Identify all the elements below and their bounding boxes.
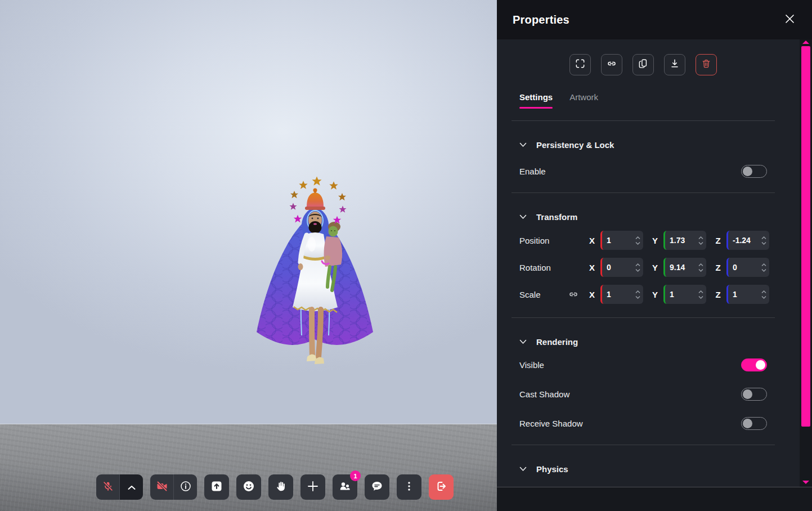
rotation-y-field <box>663 258 706 277</box>
spinner[interactable] <box>761 263 766 272</box>
visible-toggle[interactable] <box>741 358 767 371</box>
delete-trash-icon <box>701 58 712 71</box>
scale-x-field <box>600 285 643 304</box>
spinner[interactable] <box>761 290 766 299</box>
position-y-input[interactable] <box>670 236 698 245</box>
copy-link-button[interactable] <box>601 54 622 75</box>
spinner-up-icon <box>698 263 703 267</box>
position-z-input[interactable] <box>733 236 761 245</box>
spinner-down-icon <box>698 241 703 245</box>
scrollbar-down-arrow-icon[interactable] <box>802 481 809 484</box>
statue-3d-object[interactable] <box>249 168 381 379</box>
scrollbar-thumb[interactable] <box>801 46 810 427</box>
scale-y-input[interactable] <box>670 290 698 299</box>
chevron-down-icon <box>519 339 527 344</box>
rotation-y-input[interactable] <box>670 263 698 272</box>
properties-panel: Properties <box>497 0 812 511</box>
scale-z-input[interactable] <box>733 290 761 299</box>
focus-object-button[interactable] <box>569 54 591 75</box>
audio-options-button[interactable] <box>119 474 143 500</box>
delete-button[interactable] <box>696 54 717 75</box>
axis-x-label: X <box>588 290 596 299</box>
spinner-down-icon <box>635 295 640 299</box>
chat-button[interactable] <box>365 474 389 500</box>
spinner[interactable] <box>698 290 703 299</box>
microphone-mute-button[interactable] <box>96 474 119 500</box>
spinner[interactable] <box>635 236 640 245</box>
participants-badge: 1 <box>350 470 361 481</box>
spinner-down-icon <box>635 241 640 245</box>
section-divider <box>512 192 775 193</box>
spinner-down-icon <box>761 268 766 272</box>
cast-shadow-label: Cast Shadow <box>519 389 569 399</box>
more-options-button[interactable] <box>397 474 421 500</box>
scale-y-field <box>663 285 706 304</box>
section-title: Persistency & Lock <box>536 140 614 150</box>
position-x-input[interactable] <box>607 236 635 245</box>
rotation-z-input[interactable] <box>733 263 761 272</box>
camera-group <box>150 474 197 500</box>
spinner-down-icon <box>635 268 640 272</box>
spinner-down-icon <box>761 241 766 245</box>
duplicate-button[interactable] <box>632 54 654 75</box>
3d-viewport[interactable]: 1 <box>0 0 497 511</box>
axis-x-label: X <box>588 263 596 272</box>
axis-z-label: Z <box>714 290 722 299</box>
spinner[interactable] <box>698 236 703 245</box>
position-z-field <box>726 231 769 250</box>
cast-shadow-row: Cast Shadow <box>519 387 767 401</box>
toggle-knob <box>743 167 752 176</box>
close-button[interactable] <box>783 13 796 26</box>
scale-x-input[interactable] <box>607 290 635 299</box>
enable-row: Enable <box>519 164 767 178</box>
plus-icon <box>306 479 320 495</box>
section-title: Transform <box>536 212 577 222</box>
camera-mute-button[interactable] <box>150 474 173 500</box>
spinner-down-icon <box>761 295 766 299</box>
cast-shadow-toggle[interactable] <box>741 388 767 401</box>
section-title: Physics <box>536 464 568 474</box>
section-persistency-header[interactable]: Persistency & Lock <box>519 140 767 150</box>
panel-scrollbar[interactable] <box>800 39 812 487</box>
position-y-field <box>663 231 706 250</box>
screen-share-button[interactable] <box>204 474 229 500</box>
leave-button[interactable] <box>429 474 454 500</box>
download-button[interactable] <box>664 54 685 75</box>
position-x-field <box>600 231 643 250</box>
scrollbar-up-arrow-icon[interactable] <box>802 41 809 44</box>
scale-row: Scale X Y Z <box>519 285 767 304</box>
chevron-down-icon <box>519 214 527 219</box>
add-button[interactable] <box>300 474 325 500</box>
panel-content: Settings Artwork Persistency & Lock Enab… <box>497 39 800 487</box>
tabs-divider <box>512 120 775 121</box>
visible-row: Visible <box>519 358 767 371</box>
position-label: Position <box>519 236 568 245</box>
rotation-z-field <box>726 258 769 277</box>
section-divider <box>512 445 775 445</box>
object-actions-row <box>519 54 767 75</box>
position-row: Position X Y Z <box>519 231 767 250</box>
receive-shadow-label: Receive Shadow <box>519 419 583 428</box>
spinner[interactable] <box>698 263 703 272</box>
scale-link-toggle[interactable] <box>568 289 588 300</box>
tab-settings[interactable]: Settings <box>519 92 553 109</box>
info-button[interactable] <box>173 474 197 500</box>
section-physics-header[interactable]: Physics <box>519 464 767 474</box>
smiley-icon <box>242 479 255 495</box>
enable-toggle[interactable] <box>741 165 767 178</box>
participants-button[interactable]: 1 <box>333 474 357 500</box>
spinner[interactable] <box>635 263 640 272</box>
raise-hand-button[interactable] <box>268 474 293 500</box>
reactions-button[interactable] <box>236 474 261 500</box>
section-rendering-header[interactable]: Rendering <box>519 337 767 347</box>
spinner-up-icon <box>761 236 766 240</box>
spinner[interactable] <box>635 290 640 299</box>
rotation-label: Rotation <box>519 263 568 272</box>
tab-artwork[interactable]: Artwork <box>569 92 598 109</box>
panel-title: Properties <box>513 14 569 26</box>
section-transform-header[interactable]: Transform <box>519 212 767 222</box>
rotation-x-input[interactable] <box>607 263 635 272</box>
spinner-up-icon <box>635 263 640 267</box>
receive-shadow-toggle[interactable] <box>741 417 767 430</box>
spinner[interactable] <box>761 236 766 245</box>
